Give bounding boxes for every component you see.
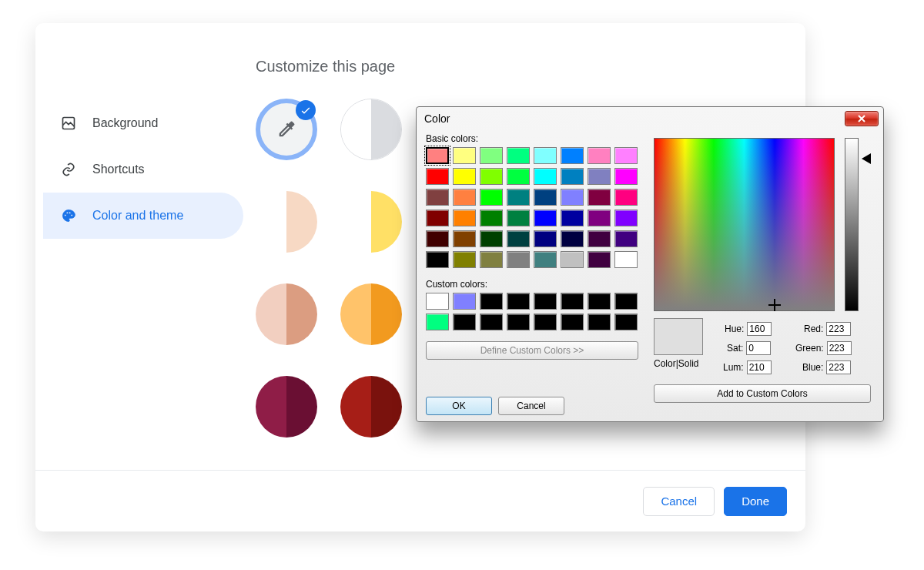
ok-button[interactable]: OK	[426, 397, 492, 415]
theme-swatch[interactable]	[340, 99, 402, 160]
basic-color-cell[interactable]	[588, 189, 611, 206]
custom-color-cell[interactable]	[426, 293, 449, 310]
basic-color-cell[interactable]	[507, 230, 530, 247]
lum-input[interactable]	[747, 360, 772, 374]
sidebar-item-color-theme[interactable]: Color and theme	[43, 193, 243, 239]
basic-color-cell[interactable]	[561, 210, 584, 226]
basic-color-cell[interactable]	[453, 210, 476, 226]
sidebar-item-label: Background	[92, 116, 158, 130]
custom-color-cell[interactable]	[480, 314, 503, 330]
theme-swatch[interactable]	[340, 376, 402, 438]
green-input[interactable]	[827, 341, 852, 355]
basic-color-cell[interactable]	[614, 147, 638, 164]
luminance-strip[interactable]	[845, 138, 859, 311]
color-picker-swatch[interactable]	[256, 99, 317, 160]
basic-color-cell[interactable]	[453, 251, 476, 268]
basic-color-cell[interactable]	[588, 251, 611, 268]
basic-color-cell[interactable]	[614, 189, 638, 206]
basic-color-cell[interactable]	[534, 168, 557, 185]
basic-color-cell[interactable]	[614, 251, 638, 268]
define-custom-colors-button[interactable]: Define Custom Colors >>	[426, 341, 638, 360]
basic-color-cell[interactable]	[534, 251, 557, 268]
basic-color-cell[interactable]	[507, 189, 530, 206]
basic-color-cell[interactable]	[453, 147, 476, 164]
custom-color-cell[interactable]	[561, 314, 584, 330]
basic-color-cell[interactable]	[507, 251, 530, 268]
customize-sidebar: Background Shortcuts Color and theme	[43, 100, 243, 239]
basic-color-cell[interactable]	[480, 251, 503, 268]
color-dialog-title: Color	[424, 112, 845, 125]
custom-color-cell[interactable]	[507, 293, 530, 310]
hue-input[interactable]	[747, 322, 772, 336]
close-button[interactable]	[845, 111, 879, 126]
basic-color-cell[interactable]	[507, 147, 530, 164]
custom-color-cell[interactable]	[534, 293, 557, 310]
basic-color-cell[interactable]	[507, 168, 530, 185]
basic-color-cell[interactable]	[561, 251, 584, 268]
red-label: Red:	[804, 324, 823, 334]
basic-color-cell[interactable]	[507, 210, 530, 226]
cancel-button[interactable]: Cancel	[643, 487, 715, 516]
done-button[interactable]: Done	[724, 487, 787, 516]
basic-color-cell[interactable]	[588, 147, 611, 164]
basic-color-cell[interactable]	[561, 230, 584, 247]
add-to-custom-button[interactable]: Add to Custom Colors	[654, 384, 871, 403]
basic-color-cell[interactable]	[426, 189, 449, 206]
theme-swatch[interactable]	[340, 283, 402, 345]
custom-color-cell[interactable]	[426, 314, 449, 330]
theme-swatch[interactable]	[256, 191, 317, 253]
sidebar-item-label: Color and theme	[92, 209, 183, 223]
custom-color-cell[interactable]	[507, 314, 530, 330]
basic-color-cell[interactable]	[480, 230, 503, 247]
color-titlebar[interactable]: Color	[417, 107, 883, 130]
basic-color-cell[interactable]	[426, 210, 449, 226]
color-cancel-button[interactable]: Cancel	[498, 397, 564, 415]
basic-color-cell[interactable]	[561, 168, 584, 185]
custom-color-cell[interactable]	[614, 314, 638, 330]
basic-color-cell[interactable]	[614, 168, 638, 185]
blue-input[interactable]	[826, 360, 851, 374]
basic-color-cell[interactable]	[453, 230, 476, 247]
basic-color-cell[interactable]	[588, 168, 611, 185]
basic-color-cell[interactable]	[426, 251, 449, 268]
theme-swatch[interactable]	[340, 191, 402, 253]
basic-color-cell[interactable]	[480, 147, 503, 164]
sat-input[interactable]	[746, 341, 771, 355]
theme-swatch[interactable]	[256, 376, 317, 438]
custom-color-cell[interactable]	[588, 293, 611, 310]
basic-color-cell[interactable]	[588, 210, 611, 226]
basic-color-cell[interactable]	[426, 230, 449, 247]
basic-color-cell[interactable]	[614, 210, 638, 226]
color-preview-label: Color|Solid	[654, 358, 698, 369]
sidebar-item-background[interactable]: Background	[43, 100, 243, 146]
luminance-arrow-icon[interactable]	[862, 153, 871, 164]
basic-color-cell[interactable]	[480, 189, 503, 206]
red-input[interactable]	[826, 322, 851, 336]
basic-color-cell[interactable]	[534, 230, 557, 247]
basic-color-cell[interactable]	[453, 189, 476, 206]
custom-color-cell[interactable]	[534, 314, 557, 330]
custom-color-cell[interactable]	[453, 293, 476, 310]
blue-label: Blue:	[802, 362, 823, 373]
basic-color-cell[interactable]	[480, 210, 503, 226]
basic-color-cell[interactable]	[480, 168, 503, 185]
basic-color-cell[interactable]	[614, 230, 638, 247]
color-spectrum[interactable]	[654, 138, 835, 311]
custom-color-cell[interactable]	[614, 293, 638, 310]
basic-color-cell[interactable]	[588, 230, 611, 247]
custom-color-cell[interactable]	[588, 314, 611, 330]
custom-color-cell[interactable]	[561, 293, 584, 310]
custom-color-cell[interactable]	[480, 293, 503, 310]
custom-color-cell[interactable]	[453, 314, 476, 330]
basic-color-cell[interactable]	[534, 189, 557, 206]
basic-color-cell[interactable]	[561, 189, 584, 206]
basic-color-cell[interactable]	[534, 210, 557, 226]
basic-color-cell[interactable]	[426, 147, 449, 164]
basic-colors-label: Basic colors:	[426, 133, 644, 144]
basic-color-cell[interactable]	[453, 168, 476, 185]
basic-color-cell[interactable]	[534, 147, 557, 164]
theme-swatch[interactable]	[256, 283, 317, 345]
basic-color-cell[interactable]	[426, 168, 449, 185]
sidebar-item-shortcuts[interactable]: Shortcuts	[43, 146, 243, 193]
basic-color-cell[interactable]	[561, 147, 584, 164]
